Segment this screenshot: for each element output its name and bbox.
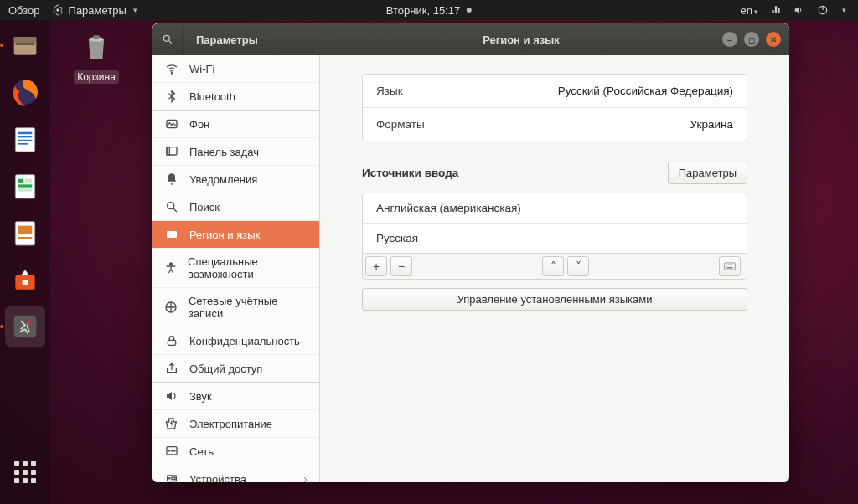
dock-impress[interactable]	[5, 213, 45, 253]
minimize-button[interactable]: –	[722, 32, 737, 47]
activities-button[interactable]: Обзор	[8, 4, 40, 17]
close-button[interactable]: ✕	[766, 32, 781, 47]
keyboard-icon	[724, 262, 736, 270]
row-key: Язык	[376, 85, 403, 97]
dock-files[interactable]	[5, 25, 45, 65]
app-menu[interactable]: Параметры ▾	[52, 4, 137, 17]
region-row[interactable]: ФорматыУкраина	[363, 108, 747, 141]
svg-point-40	[171, 450, 172, 451]
svg-rect-11	[18, 143, 28, 145]
sidebar-item-lock[interactable]: Конфиденциальность	[152, 327, 319, 355]
bg-icon	[164, 117, 179, 131]
chevron-right-icon: ›	[303, 472, 308, 482]
window-title: Регион и язык	[320, 33, 722, 46]
system-caret-icon[interactable]: ▾	[842, 6, 846, 14]
svg-point-28	[171, 73, 172, 74]
svg-rect-34	[167, 231, 177, 238]
input-sources-list: Английская (американская)Русская	[362, 193, 747, 254]
show-keyboard-layout-button[interactable]	[719, 256, 741, 276]
caret-down-icon: ▾	[754, 8, 758, 16]
sidebar-item-power[interactable]: Электропитание	[152, 410, 319, 438]
input-source-row[interactable]: Английская (американская)	[363, 193, 747, 224]
bt-icon	[164, 90, 179, 103]
region-row[interactable]: ЯзыкРусский (Российская Федерация)	[363, 75, 747, 108]
sidebar-item-label: Специальные возможности	[188, 255, 308, 280]
devices-icon	[164, 472, 179, 482]
input-sources-options-button[interactable]: Параметры	[668, 162, 747, 184]
svg-point-32	[168, 203, 174, 209]
sidebar-item-label: Сетевые учётные записи	[189, 295, 308, 320]
dock-software[interactable]	[5, 260, 45, 300]
titlebar[interactable]: Параметры Регион и язык – ◻ ✕	[152, 23, 789, 55]
trash-icon	[78, 28, 115, 65]
search-button[interactable]	[152, 23, 183, 55]
input-source-row[interactable]: Русская	[363, 224, 747, 253]
settings-icon	[52, 4, 64, 16]
sidebar-item-a11y[interactable]: Специальные возможности	[152, 249, 319, 288]
sidebar-item-label: Электропитание	[189, 418, 272, 430]
settings-window: Параметры Регион и язык – ◻ ✕ Wi-FiBluet…	[152, 23, 789, 482]
sound-icon	[164, 389, 179, 403]
remove-source-button[interactable]: −	[390, 256, 412, 276]
search-icon	[164, 200, 179, 213]
svg-rect-14	[25, 179, 32, 183]
svg-rect-49	[726, 265, 726, 265]
svg-rect-5	[15, 43, 34, 45]
volume-icon[interactable]	[793, 4, 805, 16]
power-icon[interactable]	[817, 4, 829, 16]
sidebar-item-bt[interactable]: Bluetooth	[152, 83, 319, 111]
maximize-button[interactable]: ◻	[744, 32, 759, 47]
sidebar-title: Параметры	[183, 33, 320, 46]
notification-dot-icon	[467, 8, 472, 13]
input-language[interactable]: en▾	[741, 4, 758, 17]
row-value: Русский (Российская Федерация)	[558, 85, 733, 97]
bell-icon	[164, 172, 179, 186]
sidebar-item-devices[interactable]: Устройства›	[152, 465, 319, 482]
desktop-trash[interactable]: Корзина	[67, 28, 126, 84]
dock-show-apps[interactable]	[5, 452, 45, 492]
sidebar-item-share[interactable]: Общий доступ	[152, 355, 319, 383]
sidebar: Wi-FiBluetoothФонПанель задачУведомления…	[152, 23, 320, 482]
manage-languages-button[interactable]: Управление установленными языками	[362, 288, 747, 311]
svg-point-43	[169, 478, 170, 479]
clock[interactable]: Вторник, 15:17	[386, 4, 472, 17]
share-icon	[164, 362, 179, 375]
svg-rect-44	[172, 477, 175, 480]
sidebar-item-region[interactable]: Регион и язык	[152, 221, 319, 249]
dock-writer[interactable]	[5, 119, 45, 159]
svg-rect-53	[727, 267, 733, 268]
move-down-button[interactable]: ˅	[567, 256, 589, 276]
sidebar-item-accounts[interactable]: Сетевые учётные записи	[152, 288, 319, 327]
sidebar-item-bell[interactable]: Уведомления	[152, 166, 319, 193]
dock-firefox[interactable]	[5, 72, 45, 112]
dock-settings[interactable]	[5, 306, 45, 347]
svg-rect-9	[18, 136, 33, 138]
network-icon[interactable]	[770, 4, 782, 16]
svg-rect-8	[18, 132, 33, 135]
sidebar-item-sound[interactable]: Звук	[152, 383, 319, 410]
input-sources-toolbar: + − ˄ ˅	[362, 253, 747, 280]
svg-line-27	[168, 41, 171, 44]
svg-point-26	[163, 35, 169, 41]
add-source-button[interactable]: +	[365, 256, 387, 276]
sidebar-item-label: Уведомления	[189, 173, 257, 186]
sidebar-item-search[interactable]: Поиск	[152, 193, 319, 221]
svg-rect-22	[14, 316, 37, 338]
row-value: Украина	[690, 118, 733, 131]
sidebar-item-wifi[interactable]: Wi-Fi	[152, 55, 319, 83]
svg-point-0	[56, 8, 59, 12]
sidebar-item-label: Общий доступ	[189, 363, 262, 375]
dock	[0, 20, 50, 504]
svg-rect-37	[168, 340, 175, 345]
dock-calc[interactable]	[5, 166, 45, 206]
caret-down-icon: ▾	[133, 6, 137, 14]
a11y-icon	[164, 261, 178, 275]
sidebar-item-net[interactable]: Сеть	[152, 438, 319, 465]
source-label: Английская (американская)	[376, 202, 521, 214]
svg-point-41	[174, 450, 175, 451]
sidebar-item-bg[interactable]: Фон	[152, 111, 319, 138]
svg-rect-10	[18, 140, 33, 141]
move-up-button[interactable]: ˄	[542, 256, 564, 276]
svg-rect-25	[93, 35, 99, 39]
sidebar-item-dock[interactable]: Панель задач	[152, 138, 319, 166]
